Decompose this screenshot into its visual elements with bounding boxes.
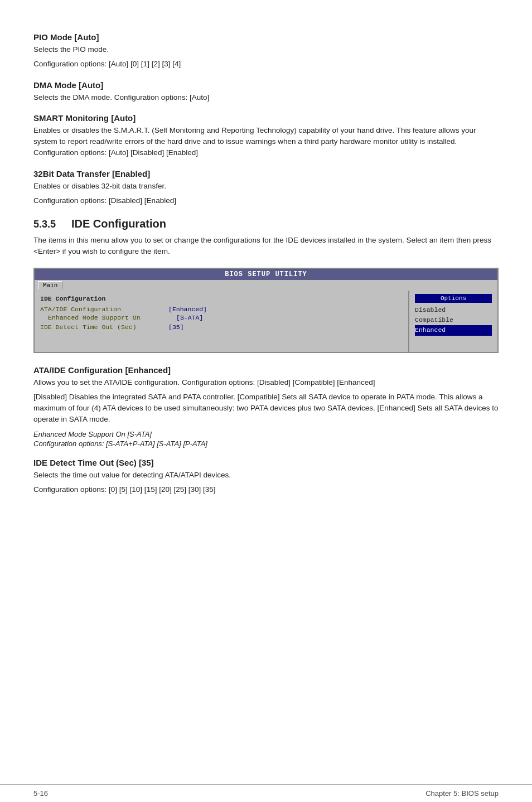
bios-right-panel: Options Disabled Compatible Enhanced xyxy=(408,291,497,352)
major-section-number: 5.3.5 xyxy=(33,219,56,230)
smart-monitoring-para-1: Enables or disables the S.M.A.R.T. (Self… xyxy=(33,125,499,159)
ata-ide-para-1: Allows you to set the ATA/IDE configurat… xyxy=(33,377,499,388)
bios-option-0[interactable]: Disabled xyxy=(415,305,492,315)
bios-row-0-key: ATA/IDE Configuration xyxy=(40,306,168,313)
bios-options-title: Options xyxy=(415,294,492,303)
bios-screenshot: BIOS SETUP UTILITY Main IDE Configuratio… xyxy=(33,268,499,353)
dma-mode-heading: DMA Mode [Auto] xyxy=(33,80,499,90)
bios-left-panel: IDE Configuration ATA/IDE Configuration … xyxy=(35,291,408,352)
footer-left: 5-16 xyxy=(33,789,48,798)
bios-row-2[interactable]: IDE Detect Time Out (Sec) [35] xyxy=(40,323,403,331)
ata-ide-para-2: [Disabled] Disables the integrated SATA … xyxy=(33,392,499,426)
bios-row-2-val: [35] xyxy=(168,323,184,331)
ata-ide-italic-1: Enhanced Mode Support On [S-ATA] xyxy=(33,430,499,438)
ata-ide-heading: ATA/IDE Configuration [Enhanced] xyxy=(33,365,499,375)
page-footer: 5-16 Chapter 5: BIOS setup xyxy=(0,784,532,802)
footer-right: Chapter 5: BIOS setup xyxy=(425,789,499,798)
bios-row-0[interactable]: ATA/IDE Configuration [Enhanced] xyxy=(40,306,403,313)
ide-detect-para-1: Selects the time out value for detecting… xyxy=(33,470,499,481)
pio-mode-para-2: Configuration options: [Auto] [0] [1] [2… xyxy=(33,59,499,70)
ata-ide-italic-2: Configuration options: [S-ATA+P-ATA] [S-… xyxy=(33,439,499,448)
32bit-data-heading: 32Bit Data Transfer [Enabled] xyxy=(33,169,499,178)
ide-detect-para-2: Configuration options: [0] [5] [10] [15]… xyxy=(33,484,499,495)
bios-row-1-key: Enhanced Mode Support On xyxy=(48,314,176,321)
bios-row-1-val: [S-ATA] xyxy=(176,314,203,321)
32bit-data-para-1: Enables or disables 32-bit data transfer… xyxy=(33,181,499,192)
bios-tab-bar: Main xyxy=(35,280,497,291)
bios-title-bar: BIOS SETUP UTILITY xyxy=(35,269,497,280)
bios-tab-main[interactable]: Main xyxy=(38,281,62,289)
major-section-intro: The items in this menu allow you to set … xyxy=(33,235,499,258)
dma-mode-para-1: Selects the DMA mode. Configuration opti… xyxy=(33,92,499,103)
smart-monitoring-heading: SMART Monitoring [Auto] xyxy=(33,113,499,123)
bios-body: IDE Configuration ATA/IDE Configuration … xyxy=(35,291,497,352)
bios-option-2[interactable]: Enhanced xyxy=(415,325,492,335)
bios-row-2-key: IDE Detect Time Out (Sec) xyxy=(40,323,168,331)
pio-mode-para-1: Selects the PIO mode. xyxy=(33,44,499,55)
major-section-title: IDE Configuration xyxy=(71,218,166,230)
bios-section-label: IDE Configuration xyxy=(40,295,403,302)
bios-option-1[interactable]: Compatible xyxy=(415,315,492,325)
32bit-data-para-2: Configuration options: [Disabled] [Enabl… xyxy=(33,195,499,206)
bios-row-1[interactable]: Enhanced Mode Support On [S-ATA] xyxy=(40,314,403,321)
pio-mode-heading: PIO Mode [Auto] xyxy=(33,32,499,42)
bios-row-0-val: [Enhanced] xyxy=(168,306,207,313)
ide-detect-heading: IDE Detect Time Out (Sec) [35] xyxy=(33,458,499,467)
